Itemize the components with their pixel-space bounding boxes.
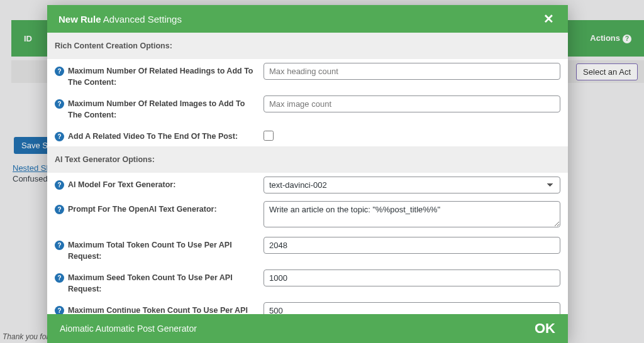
modal-footer: Aiomatic Automatic Post Generator OK — [47, 314, 568, 343]
help-icon[interactable]: ? — [55, 132, 64, 141]
section-ai-text: AI Text Generator Options: — [47, 146, 568, 173]
modal-body[interactable]: Rich Content Creation Options: ? Maximum… — [47, 33, 568, 314]
row-max-total-tokens: ? Maximum Total Token Count To Use Per A… — [47, 233, 568, 266]
help-icon[interactable]: ? — [55, 99, 64, 109]
help-icon[interactable]: ? — [55, 273, 64, 283]
label-add-video: Add A Related Video To The End Of The Po… — [68, 131, 238, 143]
max-images-input[interactable] — [264, 95, 560, 112]
footer-title: Aiomatic Automatic Post Generator — [60, 324, 197, 334]
row-ai-model: ? AI Model For Text Generator: text-davi… — [47, 173, 568, 197]
label-max-headings: Maximum Number Of Related Headings to Ad… — [68, 66, 256, 88]
label-max-images: Maximum Number Of Related Images to Add … — [68, 99, 256, 121]
max-headings-input[interactable] — [264, 63, 560, 80]
help-icon[interactable]: ? — [55, 180, 64, 190]
max-continue-tokens-input[interactable] — [264, 302, 560, 314]
row-max-seed-tokens: ? Maximum Seed Token Count To Use Per AP… — [47, 266, 568, 298]
label-max-total-tokens: Maximum Total Token Count To Use Per API… — [68, 240, 256, 262]
max-total-tokens-input[interactable] — [264, 237, 560, 254]
help-icon: ? — [623, 35, 631, 43]
max-seed-tokens-input[interactable] — [264, 270, 560, 286]
help-icon[interactable]: ? — [55, 306, 64, 314]
row-add-video: ? Add A Related Video To The End Of The … — [47, 124, 568, 146]
label-ai-model: AI Model For Text Generator: — [68, 180, 175, 191]
ok-button[interactable]: OK — [535, 320, 555, 337]
label-max-seed-tokens: Maximum Seed Token Count To Use Per API … — [68, 273, 256, 295]
ai-model-select[interactable]: text-davinci-002 — [264, 177, 560, 193]
modal-title: New Rule Advanced Settings — [58, 14, 182, 24]
prompt-textarea[interactable]: Write an article on the topic: "%%post_t… — [264, 201, 560, 227]
row-max-images: ? Maximum Number Of Related Images to Ad… — [47, 92, 568, 124]
add-video-checkbox[interactable] — [264, 131, 274, 141]
label-max-continue-tokens: Maximum Continue Token Count To Use Per … — [68, 305, 256, 314]
row-max-continue-tokens: ? Maximum Continue Token Count To Use Pe… — [47, 298, 568, 314]
close-icon[interactable]: ✕ — [541, 11, 557, 26]
section-rich-content: Rich Content Creation Options: — [47, 33, 568, 59]
help-icon[interactable]: ? — [55, 67, 64, 76]
advanced-settings-modal: New Rule Advanced Settings ✕ Rich Conten… — [47, 5, 568, 343]
col-actions: Actions? — [590, 33, 631, 43]
row-max-headings: ? Maximum Number Of Related Headings to … — [47, 59, 568, 92]
modal-header: New Rule Advanced Settings ✕ — [47, 5, 568, 33]
select-action-button[interactable]: Select an Act — [576, 63, 638, 80]
label-prompt: Prompt For The OpenAI Text Generator: — [68, 204, 217, 215]
help-icon[interactable]: ? — [55, 241, 64, 250]
row-prompt: ? Prompt For The OpenAI Text Generator: … — [47, 197, 568, 233]
help-icon[interactable]: ? — [55, 205, 64, 214]
